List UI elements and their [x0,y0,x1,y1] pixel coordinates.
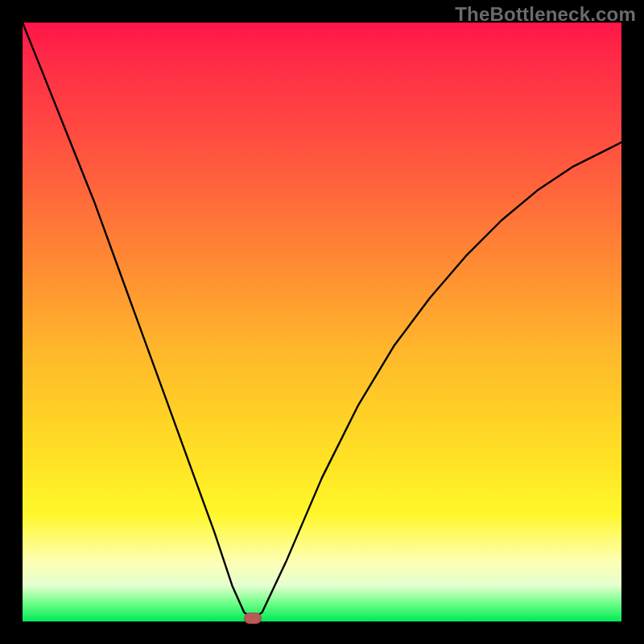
watermark-text: TheBottleneck.com [455,3,636,26]
plot-area [23,23,621,621]
minimum-marker [244,613,262,624]
chart-frame: TheBottleneck.com [0,0,644,644]
bottleneck-curve [23,23,621,621]
